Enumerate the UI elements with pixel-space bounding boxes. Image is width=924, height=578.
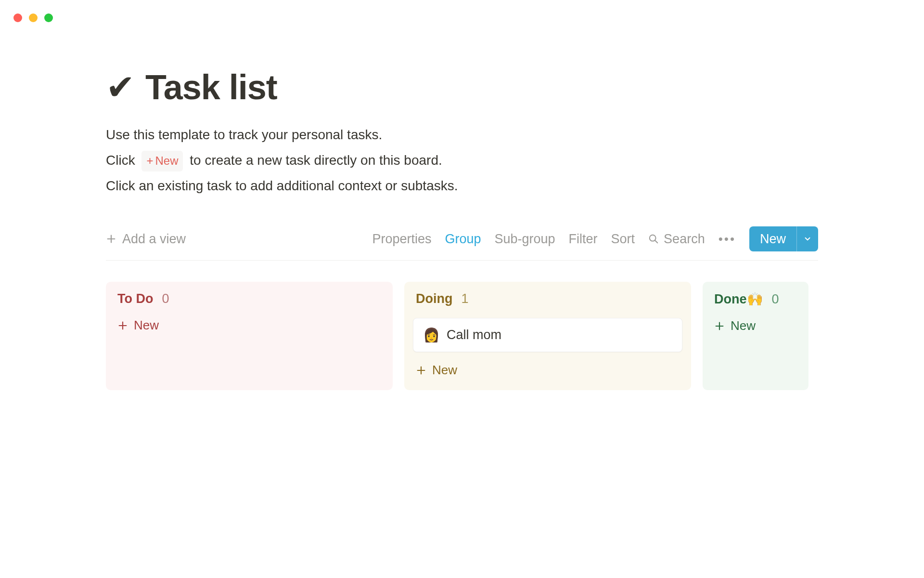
close-window-icon[interactable] [13,13,22,22]
new-button-label[interactable]: New [749,226,797,251]
inline-new-pill-label: New [155,152,178,170]
plus-icon [714,321,725,331]
task-card[interactable]: 👩 Call mom [413,318,682,352]
plus-icon [416,365,426,376]
column-header-done[interactable]: Done🙌 0 [711,291,800,307]
column-title: Done🙌 [714,291,763,307]
add-card-todo[interactable]: New [115,318,384,333]
new-button-dropdown[interactable] [797,226,818,251]
column-doing: Doing 1 👩 Call mom New [404,282,691,390]
view-toolbar: Add a view Properties Group Sub-group Fi… [106,226,818,261]
add-card-label: New [134,318,159,333]
add-card-doing[interactable]: New [413,363,682,378]
kanban-board: To Do 0 New Doing 1 👩 Call mom [106,282,818,390]
sort-button[interactable]: Sort [611,232,635,247]
search-icon [648,234,659,244]
group-button[interactable]: Group [445,232,481,247]
chevron-down-icon [803,235,812,243]
add-card-done[interactable]: New [711,318,800,333]
page-description-line2: Click + New to create a new task directl… [106,150,818,171]
add-view-label: Add a view [122,232,186,247]
page-content: ✔ Task list Use this template to track y… [0,0,924,390]
page-description-line1: Use this template to track your personal… [106,124,818,146]
sub-group-button[interactable]: Sub-group [494,232,555,247]
add-card-label: New [731,318,756,333]
search-label: Search [664,232,705,247]
column-count: 0 [772,292,779,307]
fullscreen-window-icon[interactable] [44,13,53,22]
search-button[interactable]: Search [648,232,705,247]
column-todo: To Do 0 New [106,282,393,390]
add-view-button[interactable]: Add a view [106,232,186,247]
column-header-todo[interactable]: To Do 0 [115,291,384,306]
plus-icon [106,234,116,244]
page-title[interactable]: Task list [145,67,277,107]
add-card-label: New [432,363,457,378]
filter-button[interactable]: Filter [569,232,598,247]
column-header-doing[interactable]: Doing 1 [413,291,682,306]
page-title-row: ✔ Task list [106,67,818,107]
plus-icon [117,320,128,331]
window-controls [13,13,53,22]
column-title: Doing [416,291,452,306]
column-title: To Do [117,291,153,306]
description-text: to create a new task directly on this bo… [190,153,442,168]
more-options-button[interactable]: ••• [719,232,736,247]
plus-icon: + [146,155,153,167]
page-icon[interactable]: ✔ [106,70,135,105]
raised-hands-icon: 🙌 [747,292,763,306]
inline-new-pill: + New [141,151,183,171]
column-done: Done🙌 0 New [703,282,808,390]
column-count: 0 [162,291,169,306]
card-title: Call mom [447,328,501,342]
properties-button[interactable]: Properties [372,232,431,247]
card-emoji-icon: 👩 [423,327,440,343]
new-button[interactable]: New [749,226,818,251]
column-count: 1 [461,291,468,306]
minimize-window-icon[interactable] [29,13,38,22]
description-text: Click [106,153,135,168]
page-description-line3: Click an existing task to add additional… [106,175,818,197]
